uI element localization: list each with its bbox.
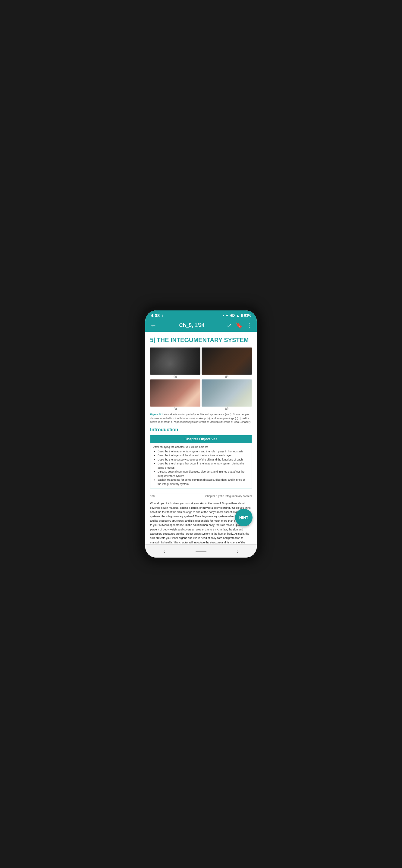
image-d-caption: (d) — [225, 407, 228, 410]
nav-icons-area: ⤢ 🔖 ⋮ — [227, 322, 252, 329]
phone-frame: 4:08 ↑ • ✦ HD ▲ ▮ 93% ← Ch_5, 1/34 ⤢ 🔖 ⋮ — [142, 307, 260, 561]
bottom-back-button[interactable]: ‹ — [157, 547, 171, 556]
image-a-caption: (a) — [174, 375, 177, 378]
image-b-container: (b) — [202, 347, 252, 378]
bottom-pill — [195, 551, 207, 552]
bottom-forward-button[interactable]: › — [231, 547, 245, 556]
chapter-title: 5| THE INTEGUMENTARY SYSTEM — [150, 336, 252, 344]
page-number-bar: 180 Chapter 5 | The Integumentary System — [150, 493, 252, 499]
image-c-container: (c) — [150, 379, 200, 410]
content-area: 5| THE INTEGUMENTARY SYSTEM (a) (b) (c) — [145, 332, 257, 544]
signal-bars: ▲ — [236, 313, 240, 318]
battery-percent: 93% — [244, 313, 251, 318]
battery-icon: ▮ — [241, 313, 243, 318]
bottom-nav: ‹ › — [145, 544, 257, 558]
back-button[interactable]: ← — [150, 321, 157, 330]
status-right-area: • ✦ HD ▲ ▮ 93% — [223, 313, 251, 318]
figure-caption-text: Your skin is a vital part of your life a… — [150, 413, 250, 424]
objective-6: Explain treatments for some common disea… — [158, 478, 249, 486]
page-number: 180 — [150, 495, 155, 498]
chapter-number: 5 — [150, 337, 153, 343]
status-bar: 4:08 ↑ • ✦ HD ▲ ▮ 93% — [145, 310, 257, 319]
objectives-header: Chapter Objectives — [150, 435, 252, 443]
figure-caption: Figure 5.1 Your skin is a vital part of … — [150, 412, 252, 424]
image-b-caption: (b) — [225, 375, 228, 378]
image-piercing — [150, 379, 200, 407]
objectives-intro: After studying the chapter, you will be … — [153, 445, 249, 448]
objective-3: Describe the accessory structures of the… — [158, 458, 249, 462]
image-tattoo — [150, 347, 200, 375]
nav-title: Ch_5, 1/34 — [160, 322, 223, 329]
status-time: 4:08 — [151, 313, 160, 318]
image-makeup — [202, 347, 252, 375]
status-time-area: 4:08 ↑ — [151, 313, 164, 318]
hd-label: HD — [229, 313, 235, 318]
chapter-title-text: | THE INTEGUMENTARY SYSTEM — [153, 337, 249, 343]
wifi-icon: ✦ — [225, 313, 228, 318]
fullscreen-button[interactable]: ⤢ — [227, 322, 231, 329]
hint-button[interactable]: HINT — [235, 509, 252, 526]
image-d-container: (d) — [202, 379, 252, 410]
phone-screen: 4:08 ↑ • ✦ HD ▲ ▮ 93% ← Ch_5, 1/34 ⤢ 🔖 ⋮ — [145, 310, 257, 558]
upload-icon: ↑ — [161, 313, 164, 318]
figure-label: Figure 5.1 — [150, 413, 163, 416]
objective-1: Describe the integumentary system and th… — [158, 450, 249, 454]
image-c-caption: (c) — [174, 407, 177, 410]
bookmark-button[interactable]: 🔖 — [236, 322, 242, 329]
objectives-list: Describe the integumentary system and th… — [153, 450, 249, 487]
nav-bar: ← Ch_5, 1/34 ⤢ 🔖 ⋮ — [145, 319, 257, 332]
objective-5: Discuss several common diseases, disorde… — [158, 470, 249, 478]
image-a-container: (a) — [150, 347, 200, 378]
objective-4: Describe the changes that occur in the i… — [158, 462, 249, 470]
introduction-heading: Introduction — [150, 427, 252, 433]
objectives-body: After studying the chapter, you will be … — [150, 443, 252, 489]
objective-2: Describe the layers of the skin and the … — [158, 454, 249, 458]
chapter-reference: Chapter 5 | The Integumentary System — [205, 495, 252, 498]
signal-dot: • — [223, 313, 224, 318]
more-menu-button[interactable]: ⋮ — [247, 322, 252, 329]
image-mirror — [202, 379, 252, 407]
chapter-images: (a) (b) (c) (d) — [150, 347, 252, 410]
objectives-box: Chapter Objectives After studying the ch… — [150, 435, 252, 489]
